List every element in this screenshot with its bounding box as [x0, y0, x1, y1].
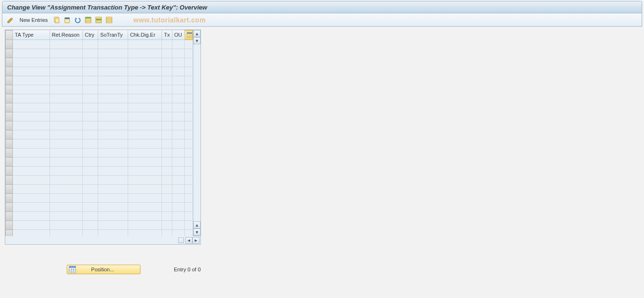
table-row[interactable] [6, 185, 193, 194]
cell-sotranty[interactable] [98, 158, 128, 167]
cell-chkdiger[interactable] [128, 194, 161, 203]
cell-chkdiger[interactable] [128, 121, 161, 130]
cell-tx[interactable] [162, 185, 172, 194]
cell-tx[interactable] [162, 67, 172, 76]
cell-ta-type[interactable] [13, 194, 50, 203]
change-display-icon[interactable] [6, 16, 15, 24]
cell-chkdiger[interactable] [128, 167, 161, 176]
col-header-ctry[interactable]: Ctry [82, 30, 98, 40]
table-row[interactable] [6, 167, 193, 176]
cell-sotranty[interactable] [98, 40, 128, 49]
cell-sotranty[interactable] [98, 49, 128, 58]
undo-icon[interactable] [73, 16, 82, 24]
cell-tx[interactable] [162, 58, 172, 67]
scroll-up-icon[interactable]: ▼ [193, 37, 201, 44]
cell-tx[interactable] [162, 221, 172, 230]
scroll-right-icon[interactable]: ► [192, 237, 200, 244]
cell-ou[interactable] [172, 85, 184, 94]
cell-ret-reason[interactable] [50, 185, 82, 194]
cell-chkdiger[interactable] [128, 139, 161, 149]
cell-ret-reason[interactable] [50, 167, 82, 176]
cell-chkdiger[interactable] [128, 103, 161, 112]
table-row[interactable] [6, 221, 193, 230]
cell-sotranty[interactable] [98, 176, 128, 185]
table-row[interactable] [6, 85, 193, 94]
cell-ou[interactable] [172, 167, 184, 176]
cell-ret-reason[interactable] [50, 149, 82, 158]
cell-ou[interactable] [172, 76, 184, 85]
col-header-sotranty[interactable]: SoTranTy [98, 30, 128, 40]
cell-ctry[interactable] [82, 212, 98, 221]
cell-tx[interactable] [162, 212, 172, 221]
cell-tx[interactable] [162, 40, 172, 49]
cell-ctry[interactable] [82, 149, 98, 158]
cell-ou[interactable] [172, 176, 184, 185]
cell-ta-type[interactable] [13, 58, 50, 67]
cell-tx[interactable] [162, 76, 172, 85]
cell-ta-type[interactable] [13, 85, 50, 94]
cell-ret-reason[interactable] [50, 85, 82, 94]
cell-sotranty[interactable] [98, 185, 128, 194]
cell-ou[interactable] [172, 58, 184, 67]
cell-chkdiger[interactable] [128, 94, 161, 103]
col-header-ta-type[interactable]: TA Type [13, 30, 50, 40]
row-selector[interactable] [6, 103, 13, 112]
cell-sotranty[interactable] [98, 85, 128, 94]
cell-ou[interactable] [172, 221, 184, 230]
cell-ou[interactable] [172, 212, 184, 221]
table-row[interactable] [6, 194, 193, 203]
cell-ta-type[interactable] [13, 149, 50, 158]
cell-ta-type[interactable] [13, 67, 50, 76]
cell-ta-type[interactable] [13, 221, 50, 230]
cell-ctry[interactable] [82, 185, 98, 194]
cell-ctry[interactable] [82, 158, 98, 167]
cell-ta-type[interactable] [13, 49, 50, 58]
cell-ctry[interactable] [82, 194, 98, 203]
position-button[interactable]: Position... [67, 265, 141, 274]
cell-chkdiger[interactable] [128, 203, 161, 212]
scroll-top-icon[interactable]: ▲ [193, 30, 201, 37]
scroll-down-icon[interactable]: ▲ [193, 221, 201, 228]
col-header-ou[interactable]: OU [172, 30, 184, 40]
cell-ta-type[interactable] [13, 139, 50, 149]
cell-chkdiger[interactable] [128, 185, 161, 194]
cell-chkdiger[interactable] [128, 212, 161, 221]
cell-sotranty[interactable] [98, 221, 128, 230]
cell-ret-reason[interactable] [50, 203, 82, 212]
table-row[interactable] [6, 212, 193, 221]
cell-tx[interactable] [162, 121, 172, 130]
cell-ta-type[interactable] [13, 130, 50, 139]
cell-ta-type[interactable] [13, 185, 50, 194]
scroll-left-icon[interactable]: ◄ [185, 237, 192, 244]
cell-tx[interactable] [162, 49, 172, 58]
cell-ctry[interactable] [82, 112, 98, 121]
cell-ou[interactable] [172, 139, 184, 149]
table-row[interactable] [6, 158, 193, 167]
cell-ou[interactable] [172, 185, 184, 194]
cell-ret-reason[interactable] [50, 139, 82, 149]
table-row[interactable] [6, 103, 193, 112]
cell-chkdiger[interactable] [128, 149, 161, 158]
cell-chkdiger[interactable] [128, 221, 161, 230]
cell-chkdiger[interactable] [128, 85, 161, 94]
cell-tx[interactable] [162, 167, 172, 176]
cell-sotranty[interactable] [98, 76, 128, 85]
table-row[interactable] [6, 121, 193, 130]
horizontal-scrollbar[interactable]: ◄ ► [5, 236, 201, 245]
cell-ou[interactable] [172, 67, 184, 76]
row-selector[interactable] [6, 67, 13, 76]
row-selector[interactable] [6, 121, 13, 130]
table-row[interactable] [6, 149, 193, 158]
cell-ret-reason[interactable] [50, 103, 82, 112]
new-entries-button[interactable]: New Entries [17, 16, 50, 24]
row-selector[interactable] [6, 176, 13, 185]
scroll-track[interactable] [193, 44, 201, 221]
table-row[interactable] [6, 130, 193, 139]
cell-tx[interactable] [162, 103, 172, 112]
cell-tx[interactable] [162, 176, 172, 185]
cell-ta-type[interactable] [13, 121, 50, 130]
cell-ou[interactable] [172, 203, 184, 212]
cell-ta-type[interactable] [13, 212, 50, 221]
cell-ta-type[interactable] [13, 112, 50, 121]
cell-ctry[interactable] [82, 40, 98, 49]
